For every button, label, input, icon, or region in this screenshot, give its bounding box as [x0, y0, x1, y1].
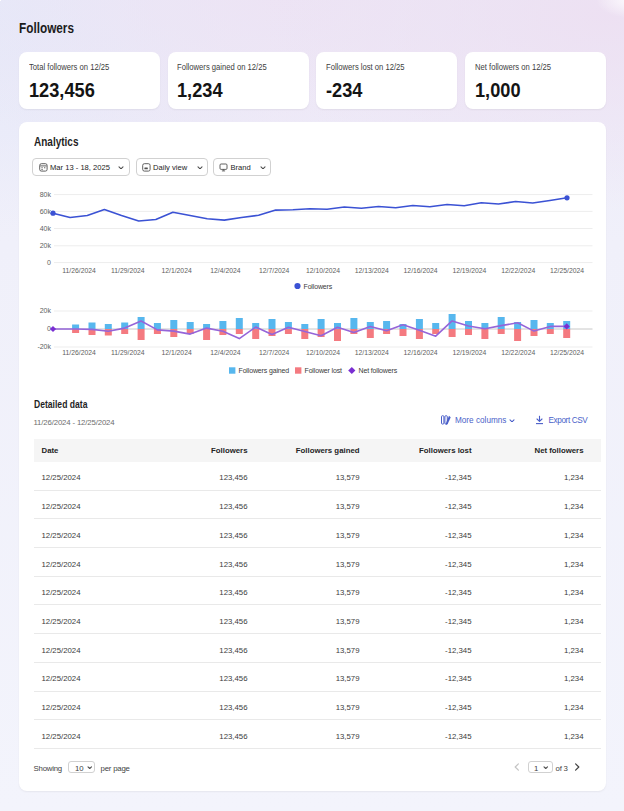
svg-text:12/10/2024: 12/10/2024: [306, 267, 340, 274]
svg-text:12/7/2024: 12/7/2024: [259, 267, 289, 274]
svg-text:11/26/2024: 11/26/2024: [62, 267, 96, 274]
svg-text:Followers gained: Followers gained: [239, 367, 290, 375]
svg-text:12/16/2024: 12/16/2024: [404, 349, 438, 356]
svg-text:12/22/2024: 12/22/2024: [501, 349, 535, 356]
svg-text:11/26/2024: 11/26/2024: [62, 349, 96, 356]
svg-text:12/22/2024: 12/22/2024: [501, 267, 535, 274]
svg-text:12/25/2024: 12/25/2024: [550, 349, 584, 356]
svg-text:12/1/2024: 12/1/2024: [161, 267, 191, 274]
svg-text:20k: 20k: [40, 307, 52, 314]
svg-text:Followers: Followers: [304, 283, 333, 290]
svg-text:12/25/2024: 12/25/2024: [550, 267, 584, 274]
svg-text:12/1/2024: 12/1/2024: [161, 349, 191, 356]
svg-text:Follower lost: Follower lost: [305, 367, 343, 374]
svg-text:11/29/2024: 11/29/2024: [111, 349, 145, 356]
svg-text:80k: 80k: [40, 191, 52, 198]
svg-text:20k: 20k: [40, 242, 52, 249]
svg-text:Net followers: Net followers: [359, 367, 398, 374]
svg-text:-20k: -20k: [37, 343, 51, 350]
svg-text:0: 0: [47, 259, 51, 266]
svg-text:12/10/2024: 12/10/2024: [306, 349, 340, 356]
svg-text:12/4/2024: 12/4/2024: [210, 349, 240, 356]
svg-text:12/19/2024: 12/19/2024: [452, 349, 486, 356]
svg-text:12/13/2024: 12/13/2024: [355, 349, 389, 356]
svg-text:60k: 60k: [40, 208, 52, 215]
svg-text:12/4/2024: 12/4/2024: [210, 267, 240, 274]
svg-text:12/19/2024: 12/19/2024: [452, 267, 486, 274]
svg-text:12/16/2024: 12/16/2024: [404, 267, 438, 274]
svg-text:12/7/2024: 12/7/2024: [259, 349, 289, 356]
svg-text:11/29/2024: 11/29/2024: [111, 267, 145, 274]
svg-text:12/13/2024: 12/13/2024: [355, 267, 389, 274]
svg-text:40k: 40k: [40, 225, 52, 232]
